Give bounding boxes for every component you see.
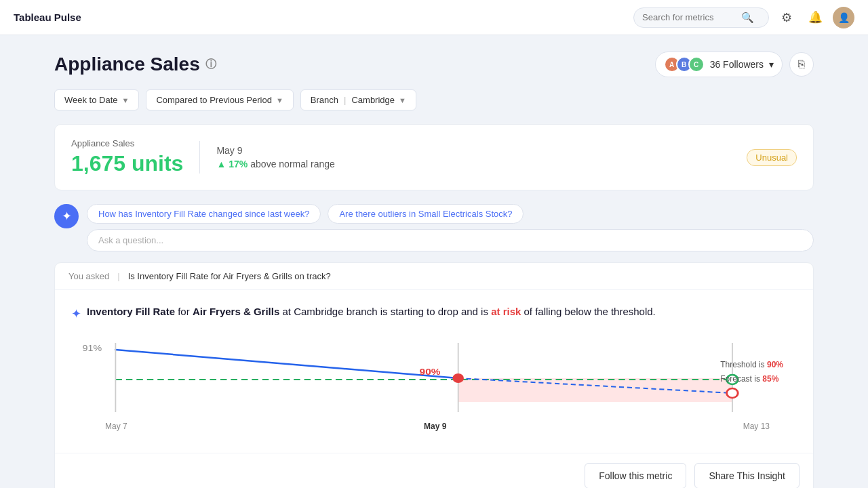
followers-chevron: ▾ xyxy=(769,59,774,70)
chart-area: 91% 90% xyxy=(71,338,797,432)
ai-sparkle-icon-2: ✦ xyxy=(71,304,81,324)
insight-for: for xyxy=(178,306,193,317)
svg-point-9 xyxy=(727,388,738,398)
comparison-label: Compared to Previous Period xyxy=(156,95,272,105)
metric-change: ▲ 17% above normal range xyxy=(216,159,334,169)
title-row: Appliance Sales ⓘ A B C 36 Followers ▾ ⎘ xyxy=(54,52,814,77)
suggestion-chip-1[interactable]: How has Inventory Fill Rate changed sinc… xyxy=(87,204,321,224)
insight-card: You asked | Is Inventory Fill Rate for A… xyxy=(54,262,814,488)
change-pct: 17% xyxy=(229,159,248,169)
header-right: 🔍 ⚙ 🔔 👤 xyxy=(633,7,854,28)
follow-metric-button[interactable]: Follow this metric xyxy=(585,463,686,488)
product-highlight: Air Fryers & Grills xyxy=(193,306,279,317)
date-mid: May 9 xyxy=(424,422,446,431)
comparison-filter[interactable]: Compared to Previous Period ▼ xyxy=(146,89,293,110)
insight-mid: at Cambridge branch is starting to drop … xyxy=(282,306,491,317)
main-content: Appliance Sales ⓘ A B C 36 Followers ▾ ⎘… xyxy=(0,35,868,488)
metric-info: Appliance Sales 1,675 units xyxy=(71,138,183,176)
branch-chevron: ▼ xyxy=(399,96,406,104)
insight-text: Inventory Fill Rate for Air Fryers & Gri… xyxy=(87,304,656,320)
legend-threshold: Threshold is 90% xyxy=(720,358,783,373)
gear-icon: ⚙ xyxy=(781,10,792,25)
notifications-button[interactable]: 🔔 xyxy=(804,7,826,28)
insight-statement: ✦ Inventory Fill Rate for Air Fryers & G… xyxy=(71,304,797,324)
forecast-value: 85% xyxy=(762,374,778,384)
comparison-chevron: ▼ xyxy=(276,96,283,104)
share-icon: ⎘ xyxy=(798,58,805,70)
metric-card: Appliance Sales 1,675 units May 9 ▲ 17% … xyxy=(54,124,814,190)
svg-point-6 xyxy=(452,373,464,383)
insight-end: of falling below the threshold. xyxy=(524,306,656,317)
search-icon: 🔍 xyxy=(741,12,754,24)
forecast-label: Forecast is xyxy=(720,374,760,384)
share-insight-button[interactable]: Share This Insight xyxy=(694,463,800,488)
ai-sparkle-icon: ✦ xyxy=(62,209,72,224)
search-input[interactable] xyxy=(642,12,737,22)
branch-label: Branch xyxy=(311,95,338,105)
svg-marker-1 xyxy=(458,378,732,402)
search-bar[interactable]: 🔍 xyxy=(633,7,769,28)
metric-name-highlight: Inventory Fill Rate xyxy=(87,306,175,317)
app-logo: Tableau Pulse xyxy=(14,12,81,23)
metric-divider xyxy=(199,141,200,174)
settings-button[interactable]: ⚙ xyxy=(776,7,797,28)
insight-body: ✦ Inventory Fill Rate for Air Fryers & G… xyxy=(55,290,813,453)
page-title-area: Appliance Sales ⓘ xyxy=(54,54,216,75)
follower-avatars: A B C xyxy=(664,56,705,73)
svg-text:91%: 91% xyxy=(83,344,102,353)
metric-detail: May 9 ▲ 17% above normal range xyxy=(216,145,334,169)
metric-date: May 9 xyxy=(216,145,334,156)
suggestion-chip-2[interactable]: Are there outliers in Small Electricals … xyxy=(328,204,524,224)
insight-question-bar: You asked | Is Inventory Fill Rate for A… xyxy=(55,263,813,290)
metric-label: Appliance Sales xyxy=(71,138,183,148)
followers-count: 36 Followers xyxy=(710,59,764,70)
branch-value: Cambridge xyxy=(351,95,395,105)
period-filter[interactable]: Week to Date ▼ xyxy=(54,89,139,110)
followers-area: A B C 36 Followers ▾ ⎘ xyxy=(655,52,814,77)
filter-row: Week to Date ▼ Compared to Previous Peri… xyxy=(54,89,814,110)
insight-chart: 91% 90% xyxy=(71,338,797,419)
page-title: Appliance Sales xyxy=(54,54,200,75)
followers-button[interactable]: A B C 36 Followers ▾ xyxy=(655,52,783,77)
suggestions-col: How has Inventory Fill Rate changed sinc… xyxy=(87,204,814,251)
branch-filter[interactable]: Branch | Cambridge ▼ xyxy=(300,89,416,110)
follower-avatar-3: C xyxy=(688,56,705,73)
suggestion-chips: How has Inventory Fill Rate changed sinc… xyxy=(87,204,814,224)
share-button[interactable]: ⎘ xyxy=(789,52,814,77)
user-avatar[interactable]: 👤 xyxy=(833,7,854,28)
ask-question-input[interactable]: Ask a question... xyxy=(87,229,814,251)
change-text: above normal range xyxy=(250,159,335,169)
at-risk-text: at risk xyxy=(491,306,521,317)
chart-legend: Threshold is 90% Forecast is 85% xyxy=(720,358,783,387)
q-divider: | xyxy=(117,271,119,281)
action-row: Follow this metric Share This Insight xyxy=(55,453,813,488)
filter-divider: | xyxy=(344,95,346,105)
bell-icon: 🔔 xyxy=(808,10,823,24)
info-icon[interactable]: ⓘ xyxy=(205,58,216,72)
insight-question: Is Inventory Fill Rate for Air Fryers & … xyxy=(128,271,331,281)
ai-row: ✦ How has Inventory Fill Rate changed si… xyxy=(54,204,814,251)
date-right: May 13 xyxy=(743,422,770,431)
you-asked-label: You asked xyxy=(68,271,109,281)
app-header: Tableau Pulse 🔍 ⚙ 🔔 👤 xyxy=(0,0,868,35)
ai-icon-button[interactable]: ✦ xyxy=(54,204,79,228)
chart-labels: May 7 May 9 May 13 xyxy=(71,422,797,431)
date-left: May 7 xyxy=(105,422,127,431)
unusual-badge: Unusual xyxy=(747,149,797,166)
period-chevron: ▼ xyxy=(122,96,130,104)
period-label: Week to Date xyxy=(64,95,118,105)
svg-text:90%: 90% xyxy=(420,367,441,377)
legend-forecast: Forecast is 85% xyxy=(720,372,783,387)
metric-value: 1,675 units xyxy=(71,151,183,176)
metric-card-left: Appliance Sales 1,675 units May 9 ▲ 17% … xyxy=(71,138,335,176)
threshold-value: 90% xyxy=(767,360,783,369)
trend-arrow: ▲ xyxy=(216,159,226,169)
threshold-label: Threshold is xyxy=(720,360,764,369)
